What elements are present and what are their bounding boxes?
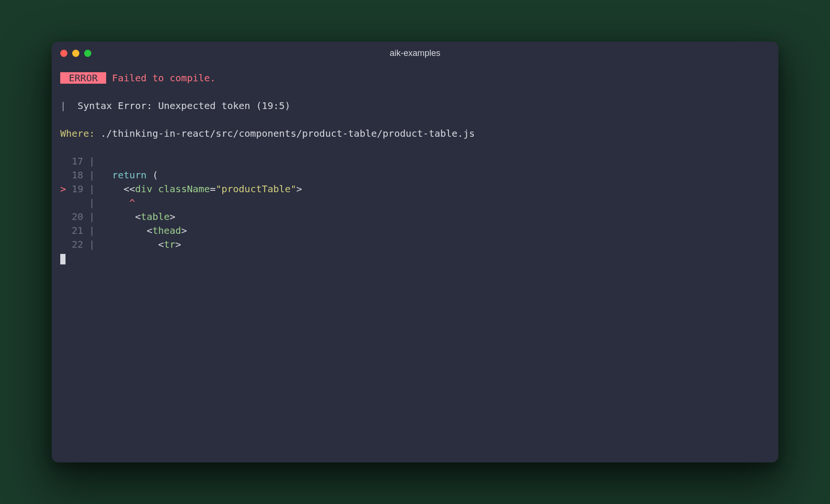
minimize-icon[interactable] xyxy=(72,50,79,57)
error-details: Syntax Error: Unexpected token (19:5) xyxy=(77,100,291,111)
line-gutter: 22 | xyxy=(60,239,158,250)
code-token: table xyxy=(141,211,170,222)
code-token: < xyxy=(158,239,164,250)
line-gutter: 17 | xyxy=(60,155,100,167)
line-gutter: | xyxy=(60,197,130,208)
terminal-window: aik-examples ERROR Failed to compile. | … xyxy=(52,42,778,462)
code-token: div xyxy=(135,183,153,195)
window-title: aik-examples xyxy=(390,48,440,58)
code-token: className xyxy=(158,183,210,195)
terminal-output[interactable]: ERROR Failed to compile. | Syntax Error:… xyxy=(52,65,778,462)
error-marker: > xyxy=(60,183,72,195)
zoom-icon[interactable] xyxy=(84,50,91,57)
code-token: > xyxy=(170,211,175,222)
code-token: return xyxy=(112,169,146,181)
code-token: ( xyxy=(147,169,158,181)
code-token: > xyxy=(181,225,187,236)
code-token: thead xyxy=(153,225,181,236)
code-token: < xyxy=(147,225,153,236)
window-controls xyxy=(60,50,91,57)
code-token xyxy=(153,183,158,195)
code-token: > xyxy=(296,183,302,195)
error-badge: ERROR xyxy=(60,72,106,84)
code-token: << xyxy=(123,183,135,195)
titlebar: aik-examples xyxy=(52,42,778,65)
code-frame: 17 | 18 | return ( > 19 | <<div classNam… xyxy=(60,154,770,252)
code-token: tr xyxy=(164,239,175,250)
code-token: ^ xyxy=(130,197,135,208)
where-path: ./thinking-in-react/src/components/produ… xyxy=(95,128,475,139)
error-message: Failed to compile. xyxy=(112,72,216,84)
where-label: Where: xyxy=(60,128,95,139)
code-token: = xyxy=(210,183,216,195)
close-icon[interactable] xyxy=(60,50,67,57)
code-token: "productTable" xyxy=(216,183,296,195)
line-gutter: 18 | xyxy=(60,169,112,181)
code-token: < xyxy=(135,211,141,222)
line-gutter: 21 | xyxy=(60,225,147,236)
pipe-prefix: | xyxy=(60,100,77,111)
line-gutter: 20 | xyxy=(60,211,135,222)
code-token: > xyxy=(175,239,181,250)
line-gutter: 19 | xyxy=(72,183,123,195)
cursor-icon xyxy=(60,254,66,264)
